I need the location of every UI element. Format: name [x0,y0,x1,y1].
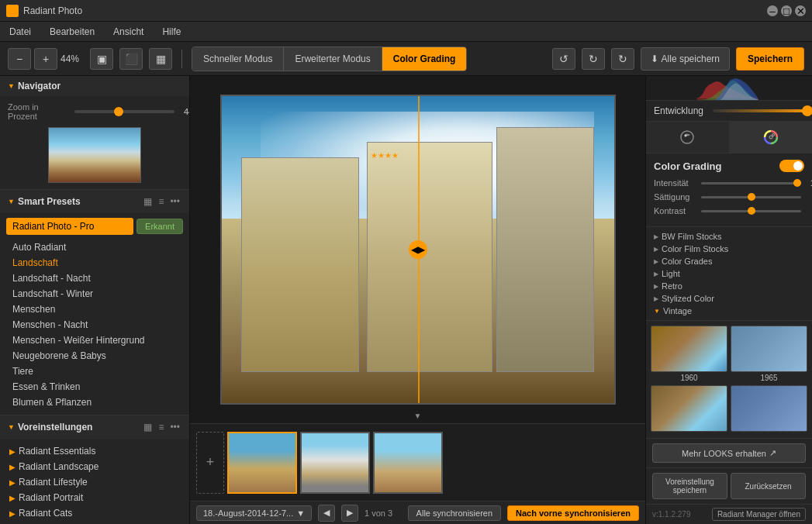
preset-essen[interactable]: Essen & Trinken [6,379,183,395]
zoom-slider[interactable] [74,110,174,113]
reset-button[interactable]: Zurücksetzen [731,473,806,499]
cat-color-film[interactable]: ▶ Color Film Stocks [651,243,807,255]
sync-all-button[interactable]: Alle synchronisieren [408,505,501,521]
filmstrip-bar: 18.-August-2014-12-7... ▼ ◀ ▶ 1 von 3 Al… [190,501,645,524]
cat-vintage[interactable]: ▼ Vintage [651,305,807,317]
cat-light[interactable]: ▶ Light [651,267,807,280]
menu-bearbeiten[interactable]: Bearbeiten [47,25,98,39]
cat-light-label: Light [662,269,680,278]
menu-hilfe[interactable]: Hilfe [159,25,184,39]
next-photo-button[interactable]: ▶ [341,505,358,522]
presets-content: Radiant Photo - Pro Erkannt Auto Radiant… [0,213,189,415]
preset-thumb-1960[interactable]: 1960 [651,326,727,382]
vorein-portrait[interactable]: ▶ Radiant Portrait [6,490,183,505]
presets-list-view[interactable]: ≡ [157,195,165,209]
presets-more[interactable]: ••• [168,195,181,209]
preset-tiere[interactable]: Tiere [6,364,183,379]
close-button[interactable]: ✕ [795,5,806,16]
kontrast-slider[interactable] [701,210,801,212]
prev-photo-button[interactable]: ◀ [318,505,335,522]
cat-arrow-4: ▶ [654,271,658,278]
preset-thumb-1965[interactable]: 1965 [731,326,807,382]
color-grading-toggle[interactable] [779,160,804,172]
preset-menschen[interactable]: Menschen [6,302,183,317]
zoom-controls: − + 44% [8,48,84,70]
vorein-grid-view[interactable]: ▦ [142,420,154,434]
entwicklung-slider[interactable] [713,109,812,112]
navigator-content: Zoom in Prozent 44% [0,96,189,189]
save-button[interactable]: Speichern [736,47,804,71]
intensitat-row: Intensität 100 [654,178,804,188]
mode-icons-row [646,122,812,153]
preset-menschen-nacht[interactable]: Menschen - Nacht [6,317,183,333]
preset-neugeborene[interactable]: Neugeborene & Babys [6,348,183,364]
intensitat-slider[interactable] [701,182,801,184]
film-thumb-3[interactable] [373,432,443,494]
preset-thumb-3[interactable] [651,385,727,433]
app-title: Radiant Photo [23,5,82,16]
minimize-button[interactable]: – [767,5,778,16]
schnell-modus-button[interactable]: Schneller Modus [192,47,284,71]
sattigung-slider[interactable] [701,196,801,198]
image-viewer: ◀ ★★★★ ◀▶ ▶ ▼ [190,76,645,423]
preset-category-label: Radiant Photo - Pro [12,221,94,232]
preset-category-select[interactable]: Radiant Photo - Pro [6,218,133,235]
color-grading-button[interactable]: Color Grading [382,47,467,71]
view-compare-button[interactable]: ▦ [149,48,172,70]
zoom-in-button[interactable]: + [34,48,57,70]
erweitert-modus-button[interactable]: Erweiterter Modus [284,47,382,71]
smart-presets-header[interactable]: ▼ Smart Presets ▦ ≡ ••• [0,190,189,213]
film-thumb-2[interactable] [300,432,370,494]
menu-ansicht[interactable]: Ansicht [110,25,147,39]
view-split-button[interactable]: ⬛ [119,48,143,70]
voreinstellungen-header[interactable]: ▼ Voreinstellungen ▦ ≡ ••• [0,415,189,439]
zoom-label: Zoom in Prozent [8,102,70,121]
navigator-header[interactable]: ▼ Navigator [0,76,189,96]
intensitat-value: 100 [806,178,812,188]
vorein-more[interactable]: ••• [168,420,181,434]
cat-bw-film[interactable]: ▶ BW Film Stocks [651,230,807,243]
preset-thumb-4[interactable] [731,385,807,433]
more-looks-button[interactable]: Mehr LOOKS erhalten ↗ [652,443,806,463]
recognized-button[interactable]: Erkannt [136,219,183,234]
vorein-landscape[interactable]: ▶ Radiant Landscape [6,459,183,474]
zoom-out-button[interactable]: − [8,48,31,70]
smart-presets-title: Smart Presets [18,196,139,207]
cat-color-grades[interactable]: ▶ Color Grades [651,255,807,267]
vorein-list-view[interactable]: ≡ [157,420,165,434]
date-filter-button[interactable]: 18.-August-2014-12-7... ▼ [196,505,312,521]
maximize-button[interactable]: □ [781,5,792,16]
presets-grid-view[interactable]: ▦ [142,195,154,209]
preset-landschaft-winter[interactable]: Landschaft - Winter [6,286,183,302]
preset-landschaft[interactable]: Landschaft [6,255,183,271]
arrow-icon-5: ▶ [9,509,16,518]
split-handle[interactable]: ◀▶ [409,240,427,259]
cat-arrow-3: ▶ [654,258,658,265]
vorein-cats[interactable]: ▶ Radiant Cats [6,505,183,521]
redo-button[interactable]: ↻ [582,48,605,70]
undo-button[interactable]: ↺ [552,48,575,70]
color-mode-button[interactable] [730,122,813,153]
app-icon [6,5,19,17]
tone-mode-button[interactable] [646,122,730,153]
view-single-button[interactable]: ▣ [90,48,113,70]
save-preset-button[interactable]: Voreinstellung speichern [652,473,727,499]
preset-auto-radiant[interactable]: Auto Radiant [6,240,183,255]
refresh-button[interactable]: ↻ [611,48,634,70]
right-panel: Entwicklung 100 [645,76,812,524]
menu-datei[interactable]: Datei [6,25,34,39]
preset-dropdown-row: Radiant Photo - Pro Erkannt [6,218,183,235]
film-thumb-1[interactable] [227,432,297,494]
cat-retro[interactable]: ▶ Retro [651,280,807,292]
preset-landschaft-nacht[interactable]: Landschaft - Nacht [6,271,183,286]
preset-blumen[interactable]: Blumen & Pflanzen [6,395,183,410]
preset-menschen-weiss[interactable]: Menschen - Weißer Hintergrund [6,333,183,348]
cat-stylized[interactable]: ▶ Stylized Color [651,292,807,305]
save-all-button[interactable]: ⬇ Alle speichern [641,47,730,71]
vorein-lifestyle[interactable]: ▶ Radiant Lifestyle [6,474,183,490]
sync-forward-button[interactable]: Nach vorne synchronisieren [507,505,639,521]
add-photo-button[interactable]: + [196,432,224,494]
scroll-down-indicator: ▼ [414,412,422,420]
radiant-manager-button[interactable]: Radiant Manager öffnen [712,508,806,521]
vorein-essentials[interactable]: ▶ Radiant Essentials [6,443,183,459]
